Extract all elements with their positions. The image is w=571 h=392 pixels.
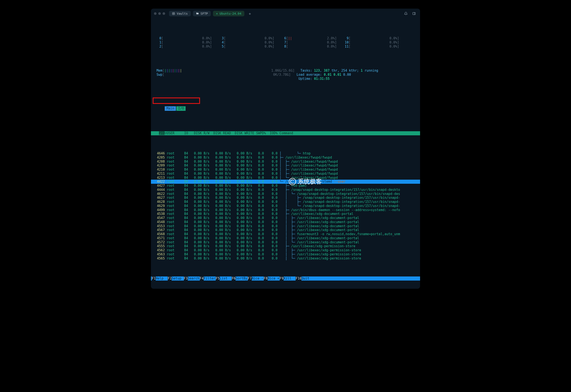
- terminal-window: Vaults SFTP ✕ Ubuntu-24.04 + 0[ 0.0%] 3[…: [151, 9, 420, 289]
- htop-tab-io[interactable]: I/O: [176, 106, 186, 111]
- process-row[interactable]: 4571 root B4 0.00 B/s 0.00 B/s 0.00 B/s …: [151, 236, 420, 240]
- fkey-label[interactable]: Filter: [204, 277, 216, 280]
- fkey-label[interactable]: Kill: [284, 277, 296, 280]
- process-row[interactable]: 4572 root B4 0.00 B/s 0.00 B/s 0.00 B/s …: [151, 240, 420, 244]
- col-user[interactable]: USER: [167, 131, 175, 135]
- process-row[interactable]: 4562 root B4 0.00 B/s 0.00 B/s 0.00 B/s …: [151, 248, 420, 252]
- tab-label: SFTP: [201, 12, 208, 15]
- tab-sftp[interactable]: SFTP: [193, 11, 211, 16]
- fkey-f3[interactable]: F3: [184, 277, 188, 280]
- process-row[interactable]: 4555 root B4 0.00 B/s 0.00 B/s 0.00 B/s …: [151, 244, 420, 248]
- fkey-label[interactable]: Search: [188, 277, 200, 280]
- process-row[interactable]: 4567 root B4 0.00 B/s 0.00 B/s 0.00 B/s …: [151, 228, 420, 232]
- fkey-label[interactable]: Help: [156, 277, 168, 280]
- fkey-label[interactable]: Nice -: [252, 277, 264, 280]
- tab-vaults[interactable]: Vaults: [169, 11, 191, 16]
- cpu-meter: 8[ 0.0%]: [281, 44, 344, 49]
- process-row[interactable]: 4627 root B4 0.00 B/s 0.00 B/s 0.00 B/s …: [151, 196, 420, 200]
- fkey-label[interactable]: Nice +: [268, 277, 280, 280]
- folder-icon: [196, 12, 199, 15]
- process-row[interactable]: 4553 root B4 0.00 B/s 0.00 B/s 0.00 B/s …: [151, 224, 420, 228]
- fkey-f4[interactable]: F4: [200, 277, 204, 280]
- process-row[interactable]: 4210 root B4 0.00 B/s 0.00 B/s 0.00 B/s …: [151, 168, 420, 172]
- cpu-meter: 2[ 0.0%]: [157, 44, 219, 49]
- fkey-f2[interactable]: F2: [168, 277, 172, 280]
- tasks-thr: 387: [324, 69, 330, 72]
- fkey-label[interactable]: SortBy: [235, 277, 248, 280]
- fkey-label[interactable]: Quit: [301, 277, 313, 280]
- process-list[interactable]: 4646 root B4 0.00 B/s 0.00 B/s 0.00 B/s …: [151, 152, 420, 260]
- process-row[interactable]: 4213 root B4 0.00 B/s 0.00 B/s 0.00 B/s …: [151, 176, 420, 180]
- process-row[interactable]: 4209 root B4 0.00 B/s 0.00 B/s 0.00 B/s …: [151, 164, 420, 168]
- fkey-f10[interactable]: F10: [296, 277, 301, 280]
- process-row[interactable]: 4622 root B4 0.00 B/s 0.00 B/s 0.00 B/s …: [151, 192, 420, 196]
- new-tab-button[interactable]: +: [247, 11, 253, 16]
- process-row[interactable]: 4205 root B4 0.00 B/s 0.00 B/s 0.00 B/s …: [151, 155, 420, 160]
- col-diskrw[interactable]: DISK R/W: [194, 131, 209, 135]
- memory-meters: Mem[||||||||| 1.06G/15.6G] Tasks: 123, 3…: [151, 65, 420, 81]
- cpu-meter: 7[ 0.0%]: [281, 41, 344, 44]
- cpu-meter: 6[|| 2.0%]: [281, 36, 344, 41]
- process-row[interactable]: 4538 root B4 0.00 B/s 0.00 B/s 0.00 B/s …: [151, 212, 420, 216]
- col-cmd[interactable]: Command: [279, 131, 293, 135]
- process-row[interactable]: 4208 root B4 0.00 B/s 0.00 B/s 0.00 B/s …: [151, 160, 420, 164]
- bell-icon[interactable]: [403, 12, 409, 15]
- fkey-f6[interactable]: F6: [232, 277, 235, 280]
- red-highlight-box: [153, 98, 200, 104]
- process-row[interactable]: 4444 root B4 0.00 B/s 0.00 B/s 0.00 B/s …: [151, 188, 420, 192]
- process-row[interactable]: 4211 root B4 0.00 B/s 0.00 B/s 0.00 B/s …: [151, 172, 420, 176]
- fkey-f7[interactable]: F7: [248, 277, 252, 280]
- svg-point-1: [173, 13, 174, 14]
- htop-tab-main[interactable]: Main: [165, 106, 176, 111]
- fkey-label[interactable]: List: [220, 277, 232, 280]
- fkey-f9[interactable]: F9: [280, 277, 284, 280]
- process-row[interactable]: 4548 root B4 0.00 B/s 0.00 B/s 0.00 B/s …: [151, 220, 420, 224]
- svg-rect-0: [173, 13, 175, 15]
- uptime-label: Uptime:: [298, 77, 312, 81]
- minimize-dot[interactable]: [158, 12, 161, 15]
- process-row[interactable]: 4422 root B4 0.00 B/s 0.00 B/s 0.00 B/s …: [151, 180, 420, 184]
- process-row[interactable]: 4499 root B4 0.00 B/s 0.00 B/s 0.00 B/s …: [151, 208, 420, 212]
- fkey-label[interactable]: Setup: [172, 277, 184, 280]
- tab-label: Vaults: [177, 12, 188, 15]
- cpu-meter: 10[ 0.0%]: [344, 41, 406, 44]
- process-row[interactable]: 4547 root B4 0.00 B/s 0.00 B/s 0.00 B/s …: [151, 216, 420, 220]
- tab-label: Ubuntu-24.04: [220, 12, 241, 15]
- col-iod[interactable]: IOD%: [270, 131, 278, 135]
- fkey-f5[interactable]: F5: [216, 277, 220, 280]
- titlebar: Vaults SFTP ✕ Ubuntu-24.04 +: [151, 9, 420, 18]
- process-row[interactable]: 4568 root B4 0.00 B/s 0.00 B/s 0.00 B/s …: [151, 232, 420, 236]
- close-icon[interactable]: ✕: [216, 12, 218, 15]
- process-row[interactable]: 4427 root B4 0.00 B/s 0.00 B/s 0.00 B/s …: [151, 184, 420, 188]
- process-header[interactable]: PID▽USER IO DISK R/W DISK READ DISK WRIT…: [151, 131, 420, 135]
- col-io[interactable]: IO: [184, 131, 188, 135]
- mem-bar: |||||||||: [164, 69, 182, 72]
- window-controls[interactable]: [154, 12, 165, 15]
- col-diskread[interactable]: DISK READ: [213, 131, 231, 135]
- process-row[interactable]: 4563 root B4 0.00 B/s 0.00 B/s 0.00 B/s …: [151, 252, 420, 256]
- mem-value: 1.06G/15.6G: [182, 69, 293, 72]
- mem-label: Mem: [157, 69, 162, 72]
- close-dot[interactable]: [154, 12, 157, 15]
- uptime-value: 01:31:55: [314, 77, 330, 81]
- swp-value: 0K/3.78G: [164, 73, 289, 77]
- svg-rect-2: [413, 13, 415, 15]
- process-row[interactable]: 4565 root B4 0.00 B/s 0.00 B/s 0.00 B/s …: [151, 256, 420, 261]
- process-row[interactable]: 4629 root B4 0.00 B/s 0.00 B/s 0.00 B/s …: [151, 204, 420, 208]
- col-swpd[interactable]: SWPD%: [256, 131, 266, 135]
- htop-tab-row: MainI/O: [151, 98, 420, 115]
- cpu-meter: 9[ 0.0%]: [344, 36, 406, 41]
- maximize-dot[interactable]: [162, 12, 165, 15]
- terminal-content[interactable]: 0[ 0.0%] 3[ 0.0%] 6[|| 2.0%] 9[ 0.0%] 1[…: [151, 18, 420, 289]
- cpu-meter: 1[ 0.0%]: [157, 41, 219, 44]
- col-diskwrite[interactable]: DISK WRITE: [235, 131, 254, 135]
- fkey-f8[interactable]: F8: [264, 277, 268, 280]
- col-pid[interactable]: PID: [159, 131, 165, 135]
- swp-label: Swp: [157, 73, 162, 77]
- panel-icon[interactable]: [411, 12, 417, 15]
- process-row[interactable]: 4646 root B4 0.00 B/s 0.00 B/s 0.00 B/s …: [151, 152, 420, 155]
- process-row[interactable]: 4628 root B4 0.00 B/s 0.00 B/s 0.00 B/s …: [151, 200, 420, 204]
- load-label: Load average:: [296, 73, 322, 77]
- tab-active[interactable]: ✕ Ubuntu-24.04: [213, 11, 244, 16]
- fkey-f1[interactable]: F1: [152, 277, 156, 280]
